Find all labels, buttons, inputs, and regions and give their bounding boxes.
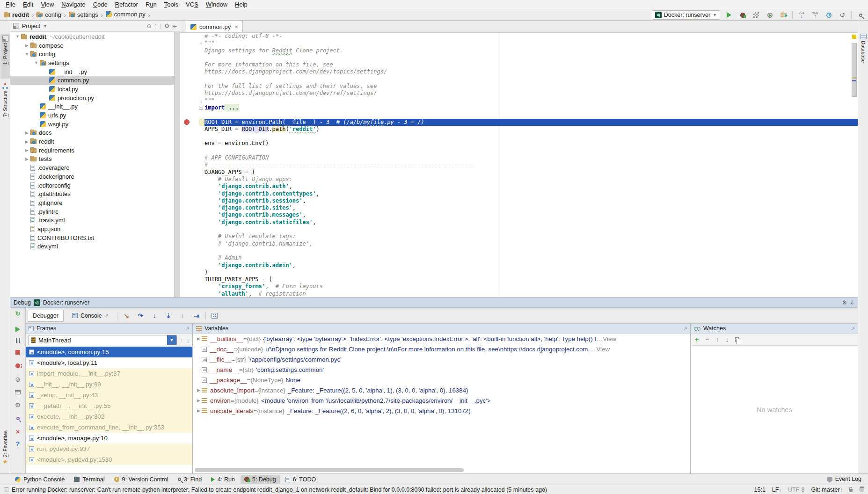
- next-frame-button[interactable]: ↓: [187, 337, 190, 344]
- tree-item-config[interactable]: ▼config: [10, 50, 174, 58]
- copy-icon[interactable]: [735, 337, 739, 342]
- tree-item-__init__-py[interactable]: __init__.py: [10, 102, 174, 111]
- status-icon[interactable]: [4, 487, 8, 492]
- variable-row-__doc__[interactable]: __doc__ = {unicode} u'\nDjango settings …: [193, 344, 690, 354]
- vcs-update-button[interactable]: VCS↓: [797, 10, 806, 20]
- move-down-button[interactable]: ↓: [725, 336, 729, 343]
- tree-collapsed-icon[interactable]: ▶: [23, 157, 30, 161]
- tree-item-dev-yml[interactable]: dev.yml: [10, 242, 174, 251]
- variable-row-__builtins__[interactable]: ▶__builtins__ = {dict} {'bytearray': <ty…: [193, 334, 690, 344]
- show-execution-point-icon[interactable]: ↘: [121, 312, 131, 320]
- add-watch-button[interactable]: +: [695, 336, 699, 343]
- tree-item-local-py[interactable]: local.py: [10, 85, 174, 94]
- settings-gear-icon[interactable]: ⚙: [10, 401, 25, 409]
- menu-file[interactable]: File: [2, 0, 19, 9]
- editor-gutter[interactable]: [180, 183, 204, 190]
- tab-common-py[interactable]: common.py ×: [186, 21, 243, 32]
- menu-vcs[interactable]: VCS: [182, 0, 202, 9]
- hide-panel-icon[interactable]: ⇤: [172, 23, 177, 29]
- editor-gutter[interactable]: [180, 247, 204, 254]
- rollback-button[interactable]: ↺: [838, 10, 847, 20]
- breadcrumb-item-common-py[interactable]: common.py: [106, 11, 146, 18]
- evaluate-expression-button[interactable]: [210, 311, 219, 320]
- toolwindow-button-run[interactable]: 4: Run: [207, 475, 239, 484]
- editor-gutter[interactable]: [180, 254, 204, 262]
- expand-arrow-icon[interactable]: ▶: [196, 398, 202, 403]
- editor-gutter[interactable]: [180, 176, 204, 183]
- editor-gutter[interactable]: [180, 119, 204, 126]
- resume-icon[interactable]: [10, 327, 25, 334]
- tree-collapsed-icon[interactable]: ▶: [23, 139, 30, 144]
- frame-row[interactable]: _setup, __init__.py:43: [26, 390, 192, 400]
- chevron-down-icon[interactable]: ▼: [43, 24, 47, 29]
- menu-tools[interactable]: Tools: [160, 0, 182, 9]
- tab-console[interactable]: Console ↗: [67, 310, 113, 322]
- locate-file-icon[interactable]: ⊙: [146, 23, 151, 29]
- inspector-hector-icon[interactable]: [859, 487, 864, 492]
- tree-item-tests[interactable]: ▶tests: [10, 155, 174, 164]
- editor-gutter[interactable]: [180, 111, 204, 118]
- tree-item-reddit[interactable]: ▼reddit~/cookiecutter/reddit: [10, 32, 174, 41]
- editor-gutter[interactable]: [180, 283, 204, 290]
- variables-hscrollbar[interactable]: [195, 468, 464, 472]
- tree-expanded-icon[interactable]: ▼: [14, 34, 21, 39]
- frame-row[interactable]: <module>, manage.py:10: [26, 433, 192, 443]
- editor-gutter[interactable]: [180, 226, 204, 233]
- menu-help[interactable]: Help: [231, 0, 251, 9]
- editor-gutter[interactable]: [180, 169, 204, 176]
- editor-gutter[interactable]: [180, 126, 204, 133]
- hide-panel-icon[interactable]: ⇓: [850, 299, 854, 306]
- encoding-widget[interactable]: UTF-8: [788, 487, 804, 493]
- view-link[interactable]: View: [603, 335, 616, 342]
- tree-item--dockerignore[interactable]: .dockerignore: [10, 172, 174, 181]
- sidebar-item-structure[interactable]: 7: Structure: [0, 81, 10, 130]
- debug-button[interactable]: [738, 10, 747, 20]
- tree-item--pylintrc[interactable]: .pylintrc: [10, 207, 174, 216]
- toolwindow-button-version-control[interactable]: 9: Version Control: [110, 475, 172, 484]
- run-to-cursor-icon[interactable]: ⇥: [191, 312, 202, 320]
- restore-layout-icon[interactable]: [10, 389, 25, 396]
- tree-collapsed-icon[interactable]: ▶: [23, 131, 30, 135]
- editor-gutter[interactable]: [180, 211, 204, 218]
- breadcrumb-item-config[interactable]: config: [36, 11, 61, 18]
- variable-row-__file__[interactable]: __file__ = {str} '/app/config/settings/c…: [193, 354, 690, 364]
- fold-expand-icon[interactable]: +: [199, 106, 203, 110]
- menu-refactor[interactable]: Refactor: [111, 0, 142, 9]
- editor-gutter[interactable]: [180, 140, 204, 147]
- tree-item-settings[interactable]: ▼settings: [10, 58, 174, 67]
- step-into-icon[interactable]: ↓: [149, 312, 160, 320]
- menu-window[interactable]: Window: [202, 0, 231, 9]
- toolwindow-button-python-console[interactable]: Python Console: [11, 475, 68, 484]
- editor-scrollbar[interactable]: [851, 33, 858, 297]
- expand-arrow-icon[interactable]: ▶: [196, 388, 202, 392]
- project-tree-scrollbar[interactable]: [174, 32, 180, 297]
- frame-row[interactable]: run, pydevd.py:937: [26, 443, 192, 454]
- breakpoint-icon[interactable]: [184, 119, 190, 125]
- status-message[interactable]: Error running Docker: runserver: Can't r…: [12, 487, 547, 493]
- tree-item--gitattributes[interactable]: .gitattributes: [10, 189, 174, 198]
- editor-gutter[interactable]: ▿: [180, 40, 204, 47]
- view-breakpoints-icon[interactable]: [10, 363, 25, 370]
- run-configuration-select[interactable]: Docker: runserver ▼: [652, 10, 720, 20]
- frame-row[interactable]: __init__, __init__.py:99: [26, 379, 192, 390]
- running-processes-button[interactable]: [779, 10, 788, 20]
- tree-item-app-json[interactable]: app.json: [10, 225, 174, 233]
- expand-arrow-icon[interactable]: ▶: [196, 408, 202, 413]
- vcs-commit-button[interactable]: VCS↑: [810, 10, 820, 20]
- editor-gutter[interactable]: [180, 133, 204, 140]
- tree-item-urls-py[interactable]: urls.py: [10, 111, 174, 120]
- variable-row-absolute_import[interactable]: ▶absolute_import = {instance} _Feature: …: [193, 385, 690, 395]
- help-icon[interactable]: ?: [10, 440, 25, 448]
- breadcrumb-item-settings[interactable]: settings: [69, 11, 98, 18]
- tree-expanded-icon[interactable]: ▼: [33, 60, 40, 65]
- tree-item-compose[interactable]: ▶compose: [10, 41, 174, 50]
- pause-icon[interactable]: [10, 337, 25, 344]
- stop-icon[interactable]: [10, 349, 25, 356]
- thread-select[interactable]: MainThread ▼: [29, 335, 177, 345]
- tree-item--coveragerc[interactable]: .coveragerc: [10, 163, 174, 172]
- expand-arrow-icon[interactable]: ▶: [196, 336, 202, 341]
- tree-item-production-py[interactable]: production.py: [10, 94, 174, 102]
- editor-gutter[interactable]: +: [180, 104, 204, 111]
- previous-frame-button[interactable]: ↑: [180, 337, 183, 344]
- editor-gutter[interactable]: [180, 262, 204, 269]
